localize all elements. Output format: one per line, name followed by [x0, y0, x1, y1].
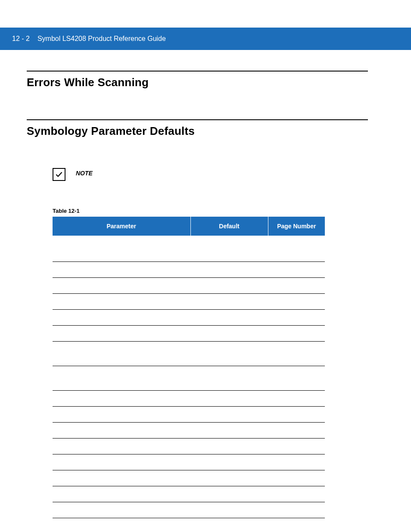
note-label: NOTE — [76, 168, 93, 177]
table-row — [53, 310, 325, 326]
cell-parameter — [53, 342, 190, 366]
cell-default — [190, 366, 268, 391]
cell-page_number — [268, 366, 325, 391]
header-page-number: 12 - 2 — [12, 35, 30, 43]
header-title: Symbol LS4208 Product Reference Guide — [37, 35, 166, 43]
table-row — [53, 278, 325, 294]
cell-parameter — [53, 326, 190, 342]
section-defaults: Symbology Parameter Defaults — [27, 119, 368, 138]
content-area: Errors While Scanning Symbology Paramete… — [0, 71, 411, 532]
table-row — [53, 391, 325, 407]
col-page-number: Page Number — [268, 217, 325, 236]
cell-page_number — [268, 518, 325, 532]
cell-page_number — [268, 454, 325, 470]
cell-default — [190, 278, 268, 294]
cell-parameter — [53, 366, 190, 391]
cell-page_number — [268, 423, 325, 439]
col-default: Default — [190, 217, 268, 236]
table-body — [53, 236, 325, 532]
page: 12 - 2 Symbol LS4208 Product Reference G… — [0, 28, 411, 532]
table-row — [53, 518, 325, 532]
cell-default — [190, 470, 268, 486]
section-errors: Errors While Scanning — [27, 71, 368, 89]
section-errors-title: Errors While Scanning — [27, 76, 368, 89]
cell-parameter — [53, 246, 190, 262]
cell-default — [190, 342, 268, 366]
cell-default — [190, 407, 268, 423]
table-row — [53, 470, 325, 486]
section-defaults-title: Symbology Parameter Defaults — [27, 124, 368, 138]
table-row — [53, 486, 325, 502]
cell-default — [190, 423, 268, 439]
cell-default — [190, 246, 268, 262]
cell-default — [190, 502, 268, 518]
cell-page_number — [268, 486, 325, 502]
table-spacer-row — [53, 236, 325, 246]
cell-default — [190, 439, 268, 454]
table-header-row: Parameter Default Page Number — [53, 217, 325, 236]
cell-page_number — [268, 342, 325, 366]
cell-page_number — [268, 294, 325, 310]
cell-default — [190, 262, 268, 278]
table-row — [53, 502, 325, 518]
cell-page_number — [268, 278, 325, 294]
cell-page_number — [268, 439, 325, 454]
cell-default — [190, 486, 268, 502]
parameters-table: Parameter Default Page Number — [53, 217, 325, 532]
cell-page_number — [268, 246, 325, 262]
col-parameter: Parameter — [53, 217, 190, 236]
note-block: NOTE — [53, 168, 368, 181]
cell-parameter — [53, 278, 190, 294]
cell-default — [190, 294, 268, 310]
table-row — [53, 262, 325, 278]
cell-page_number — [268, 326, 325, 342]
check-icon — [53, 168, 65, 181]
cell-parameter — [53, 454, 190, 470]
cell-page_number — [268, 470, 325, 486]
table-row — [53, 454, 325, 470]
table-row — [53, 407, 325, 423]
cell-default — [190, 326, 268, 342]
table-row — [53, 326, 325, 342]
cell-page_number — [268, 310, 325, 326]
cell-parameter — [53, 407, 190, 423]
table-row — [53, 246, 325, 262]
cell-parameter — [53, 310, 190, 326]
page-header: 12 - 2 Symbol LS4208 Product Reference G… — [0, 28, 411, 50]
cell-parameter — [53, 502, 190, 518]
table-row — [53, 294, 325, 310]
cell-parameter — [53, 423, 190, 439]
table-row — [53, 342, 325, 366]
cell-page_number — [268, 502, 325, 518]
table-row — [53, 439, 325, 454]
cell-default — [190, 310, 268, 326]
cell-default — [190, 454, 268, 470]
cell-page_number — [268, 262, 325, 278]
cell-default — [190, 391, 268, 407]
cell-parameter — [53, 439, 190, 454]
cell-page_number — [268, 391, 325, 407]
cell-parameter — [53, 470, 190, 486]
cell-parameter — [53, 486, 190, 502]
table-caption: Table 12-1 — [53, 208, 368, 214]
table-row — [53, 366, 325, 391]
cell-parameter — [53, 294, 190, 310]
table-row — [53, 423, 325, 439]
cell-parameter — [53, 391, 190, 407]
cell-page_number — [268, 407, 325, 423]
cell-parameter — [53, 518, 190, 532]
cell-parameter — [53, 262, 190, 278]
cell-default — [190, 518, 268, 532]
